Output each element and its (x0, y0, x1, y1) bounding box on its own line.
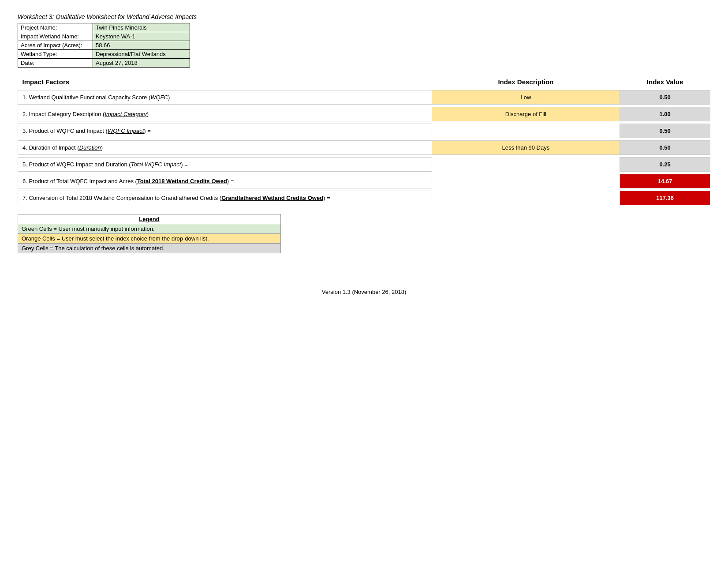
legend-grey-cell: Grey Cells = The calculation of these ce… (18, 243, 281, 253)
info-row: Project Name:Twin Pines Minerals (18, 23, 190, 32)
project-info-table: Project Name:Twin Pines MineralsImpact W… (18, 23, 190, 68)
factor-row: 7. Conversion of Total 2018 Wetland Comp… (18, 191, 710, 205)
index-description[interactable]: Less than 90 Days (432, 140, 620, 154)
info-value: Twin Pines Minerals (93, 23, 190, 32)
info-row: Acres of Impact (Acres):58.66 (18, 41, 190, 50)
index-description (432, 124, 620, 138)
info-value: Depressional/Flat Wetlands (93, 50, 190, 59)
factor-label: 3. Product of WQFC and Impact (WQFC Impa… (18, 124, 432, 138)
index-value: 1.00 (620, 107, 710, 121)
info-row: Impact Wetland Name:Keystone WA-1 (18, 32, 190, 41)
index-description[interactable]: Low (432, 90, 620, 104)
legend-title-row: Legend (18, 214, 281, 224)
column-headers: Impact Factors Index Description Index V… (18, 75, 710, 87)
index-value: 14.67 (620, 174, 710, 188)
legend-title: Legend (18, 214, 281, 224)
index-description[interactable]: Discharge of Fill (432, 107, 620, 121)
factor-row: 5. Product of WQFC Impact and Duration (… (18, 157, 710, 171)
factor-row: 3. Product of WQFC and Impact (WQFC Impa… (18, 124, 710, 138)
col-impact-factors: Impact Factors (18, 75, 432, 87)
index-description (432, 191, 620, 205)
index-value: 0.50 (620, 90, 710, 104)
info-row: Wetland Type:Depressional/Flat Wetlands (18, 50, 190, 59)
info-row: Date:August 27, 2018 (18, 59, 190, 68)
legend-orange-row: Orange Cells = User must select the inde… (18, 233, 281, 243)
factor-label: 7. Conversion of Total 2018 Wetland Comp… (18, 191, 432, 205)
col-index-description: Index Description (432, 75, 620, 87)
index-value: 0.25 (620, 157, 710, 171)
info-value: 58.66 (93, 41, 190, 50)
footer: Version 1.3 (November 26, 2018) (18, 289, 710, 295)
index-value: 0.50 (620, 124, 710, 138)
info-value: August 27, 2018 (93, 59, 190, 68)
factor-label: 4. Duration of Impact (Duration) (18, 140, 432, 154)
info-label: Impact Wetland Name: (18, 32, 93, 41)
factor-label: 2. Impact Category Description (Impact C… (18, 107, 432, 121)
info-value: Keystone WA-1 (93, 32, 190, 41)
legend-grey-row: Grey Cells = The calculation of these ce… (18, 243, 281, 253)
factor-label: 5. Product of WQFC Impact and Duration (… (18, 157, 432, 171)
index-description (432, 157, 620, 171)
legend-table: Legend Green Cells = User must manually … (18, 214, 281, 253)
legend-green-row: Green Cells = User must manually input i… (18, 224, 281, 233)
factor-row: 6. Product of Total WQFC Impact and Acre… (18, 174, 710, 188)
main-table: Impact Factors Index Description Index V… (18, 75, 710, 205)
factor-row: 1. Wetland Qualitative Functional Capaci… (18, 90, 710, 104)
factor-row: 2. Impact Category Description (Impact C… (18, 107, 710, 121)
index-description (432, 174, 620, 188)
factor-row: 4. Duration of Impact (Duration)Less tha… (18, 140, 710, 154)
info-label: Wetland Type: (18, 50, 93, 59)
factor-label: 6. Product of Total WQFC Impact and Acre… (18, 174, 432, 188)
index-value: 117.36 (620, 191, 710, 205)
legend-orange-cell: Orange Cells = User must select the inde… (18, 233, 281, 243)
worksheet-title: Worksheet 3: Qualitative Worksheet for W… (18, 13, 710, 20)
index-value: 0.50 (620, 140, 710, 154)
col-index-value: Index Value (620, 75, 710, 87)
info-label: Project Name: (18, 23, 93, 32)
info-label: Acres of Impact (Acres): (18, 41, 93, 50)
legend-green-cell: Green Cells = User must manually input i… (18, 224, 281, 233)
info-label: Date: (18, 59, 93, 68)
factor-label: 1. Wetland Qualitative Functional Capaci… (18, 90, 432, 104)
